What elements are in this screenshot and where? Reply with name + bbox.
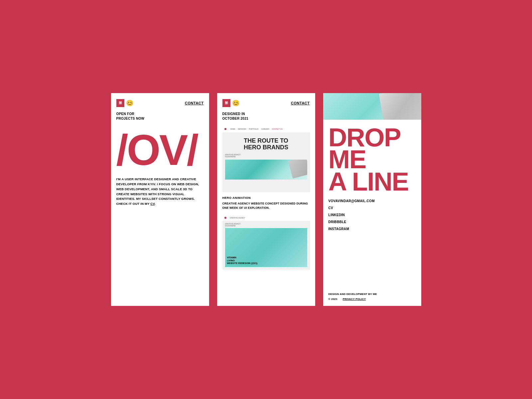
phone-card-1: 禁 😊 CONTACT OPEN FOR PROJECTS NOW /OV/ I… [111,93,209,306]
preview-sub-text: CREATIVE AGENCYVOVAVINDAR [222,151,310,158]
logo-emoji-2: 😊 [232,99,240,107]
preview2-overlay: VITAMIN LIVING WEBSITE REDESIGN (@21) [227,256,305,265]
contact-link-1[interactable]: CONTACT [185,101,203,105]
preview-img-object [288,160,307,179]
privacy-policy-link[interactable]: PRIVACY POLICY [343,298,366,301]
contact-link-2[interactable]: CONTACT [291,101,310,105]
drop-me-line1: DROP ME [329,126,416,171]
nav-items: HOME SERVICES PORTFOLIO CAREERS CONTACT … [230,128,283,130]
instagram-link[interactable]: INSTAGRAM [329,227,416,231]
logo-emoji-1: 😊 [126,99,134,107]
phone-card-2: 禁 😊 CONTACT DESIGNED IN OCTOBER 2021 HOM… [217,93,315,306]
linkedin-link[interactable]: LINKEDIN [329,213,416,217]
footer-copy-area: © 2023 PRIVACY POLICY [329,298,416,301]
big-text: /OV/ [116,131,209,169]
big-letters: /OV/ [111,131,209,169]
hero-desc: CREATIVE AGENCY WEBSITE CONCEPT DESIGNED… [217,201,315,210]
vitamin-label: VITAMIN LIVING WEBSITE REDESIGN (@21) [227,256,258,265]
drop-me-line2: A LINE [329,171,416,193]
card1-header: 禁 😊 CONTACT [111,93,209,110]
preview-image-area [225,160,307,180]
preview-hero-text: THE ROUTE TO HERO BRANDS [241,138,291,151]
preview-inner-1: HOME SERVICES PORTFOLIO CAREERS CONTACT … [222,126,310,192]
preview2-sub: CREATIVE AGENCYVOVAVINDAR [222,221,310,227]
preview2-image: VITAMIN LIVING WEBSITE REDESIGN (@21) [225,228,307,267]
phone-card-3: DROP ME A LINE VOVAVINDAR@GMAIL.COM CV L… [323,93,421,306]
logo-kanji-2: 禁 [222,99,230,107]
open-text: OPEN FOR PROJECTS NOW [111,110,209,121]
email-link[interactable]: VOVAVINDAR@GMAIL.COM [329,199,416,203]
hero-animation-label: HERO ANIMATION [217,192,315,201]
nav-logo-dot [224,128,226,130]
screens-container: 禁 😊 CONTACT OPEN FOR PROJECTS NOW /OV/ I… [91,66,441,332]
logo-area-1: 禁 😊 [116,99,134,107]
designed-text: DESIGNED IN OCTOBER 2021 [217,110,315,121]
card3-img-object [379,93,421,120]
website-preview-1: HOME SERVICES PORTFOLIO CAREERS CONTACT … [222,126,310,192]
logo-kanji-1: 禁 [116,99,124,107]
logo-area-2: 禁 😊 [222,99,240,107]
footer-design-text: DESIGN AND DEVELOPMENT BY ME [329,293,416,296]
card3-top-image [323,93,421,120]
nav2-logo-dot [224,217,226,219]
dribbble-link[interactable]: DRIBBBLE [329,220,416,224]
cv-link-card3[interactable]: CV [329,206,416,210]
preview2-nav: CREATIVE AGENCY [222,215,310,221]
nav2-items: CREATIVE AGENCY [230,217,245,219]
card3-footer: DESIGN AND DEVELOPMENT BY ME © 2023 PRIV… [329,293,416,301]
cv-link[interactable]: CV [150,202,155,205]
bio-text: I'M A USER INTERFACE DESIGNER AND CREATI… [111,169,209,206]
contact-links-list: VOVAVINDAR@GMAIL.COM CV LINKEDIN DRIBBBL… [323,193,421,231]
preview-nav: HOME SERVICES PORTFOLIO CAREERS CONTACT … [222,126,310,132]
card2-header: 禁 😊 CONTACT [217,93,315,110]
preview2-inner: CREATIVE AGENCY CREATIVE AGENCYVOVAVINDA… [222,215,310,270]
copyright-text: © 2023 [329,298,337,301]
website-preview-2: CREATIVE AGENCY CREATIVE AGENCYVOVAVINDA… [222,215,310,270]
drop-me-section: DROP ME A LINE [323,120,421,193]
